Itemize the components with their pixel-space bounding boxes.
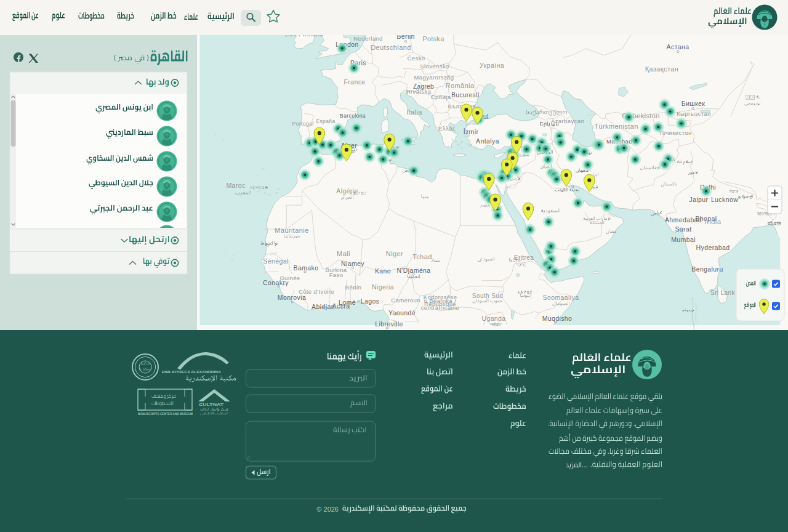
svg-text:© 2026: © 2026 — [316, 506, 339, 513]
svg-text:Deutschland: Deutschland — [371, 44, 411, 51]
svg-text:Italia: Italia — [406, 108, 422, 116]
svg-text:Faso: Faso — [329, 272, 344, 278]
svg-text:Česko: Česko — [408, 55, 425, 62]
svg-text:România: România — [446, 82, 475, 89]
svg-text:Türkmenistan: Türkmenistan — [594, 123, 638, 130]
svg-text:Maroc: Maroc — [226, 182, 245, 189]
svg-text:Bucuresti: Bucuresti — [451, 92, 479, 99]
svg-text:Bengaluru: Bengaluru — [691, 265, 723, 273]
svg-text:Surat: Surat — [675, 225, 691, 233]
svg-text:España: España — [316, 118, 335, 124]
svg-text:Nigeria: Nigeria — [372, 283, 394, 291]
svg-text:Algérie: Algérie — [336, 187, 358, 195]
svg-text:Bamako: Bamako — [294, 264, 319, 272]
svg-text:Eritrea: Eritrea — [514, 254, 534, 261]
svg-text:Tchad: Tchad — [412, 253, 432, 260]
svg-text:South Sud: South Sud — [472, 292, 503, 299]
svg-text:Niger: Niger — [386, 250, 403, 257]
svg-text:Lucknow: Lucknow — [711, 196, 738, 203]
svg-text:Kano: Kano — [375, 267, 391, 275]
svg-text:Астана: Астана — [667, 43, 690, 50]
svg-text:France: France — [344, 78, 365, 86]
svg-text:Бишкек: Бишкек — [681, 100, 706, 107]
svg-text:Barcelona: Barcelona — [340, 113, 366, 119]
svg-text:Sri Lank: Sri Lank — [710, 289, 735, 296]
svg-text:centrafricaine: centrafricaine — [421, 304, 460, 311]
svg-text:Soomaaliya: Soomaaliya — [543, 294, 579, 301]
svg-text:BIBLIOTHECA ALEXANDRINA: BIBLIOTHECA ALEXANDRINA — [162, 370, 222, 374]
svg-text:Libreville: Libreville — [375, 320, 403, 328]
svg-text:Slovensko: Slovensko — [420, 63, 449, 70]
svg-text:Jaipur: Jaipur — [690, 196, 709, 203]
svg-text:Bénin: Bénin — [345, 284, 361, 291]
svg-text:Україна: Україна — [480, 62, 504, 69]
svg-text:Қазақстан: Қазақстан — [645, 65, 679, 73]
svg-text:Mali: Mali — [337, 250, 350, 257]
svg-text:Magyarország: Magyarország — [414, 74, 454, 81]
svg-text:Cameroun: Cameroun — [391, 297, 420, 304]
svg-text:Lomé: Lomé — [339, 299, 356, 306]
svg-text:Ελλάς: Ελλάς — [438, 125, 456, 132]
svg-text:Polska: Polska — [422, 35, 444, 42]
svg-text:Mumbai: Mumbai — [671, 236, 696, 243]
svg-text:Conakry: Conakry — [263, 279, 289, 286]
svg-text:Muqdisho: Muqdisho — [542, 315, 573, 322]
svg-text:Azarbaycan: Azarbaycan — [551, 118, 584, 124]
svg-text:Bhopal: Bhopal — [695, 215, 717, 222]
svg-text:Точикистон: Точикистон — [659, 129, 691, 136]
svg-text:Hyderabad: Hyderabad — [696, 244, 730, 251]
svg-text:Zagreb: Zagreb — [413, 83, 434, 90]
svg-text:Mauritanie: Mauritanie — [275, 227, 308, 234]
svg-text:Antalya: Antalya — [476, 137, 499, 145]
svg-text:Yaoundé: Yaoundé — [388, 309, 416, 316]
svg-text:İzmir: İzmir — [464, 128, 479, 135]
svg-text:Кыргызстан: Кыргызстан — [677, 110, 711, 117]
svg-text:Monrovia: Monrovia — [278, 294, 306, 301]
svg-text:CULTNAT: CULTNAT — [199, 402, 223, 406]
svg-text:Lagos: Lagos — [361, 297, 380, 305]
svg-text:Uganda: Uganda — [481, 315, 505, 322]
svg-text:MANUSCRIPTS CENTER AND MUSEUM: MANUSCRIPTS CENTER AND MUSEUM — [138, 412, 193, 416]
svg-text:Portugal: Portugal — [292, 121, 314, 127]
svg-text:Србија: Србија — [431, 94, 451, 100]
svg-text:Sénégal: Sénégal — [263, 257, 288, 265]
svg-text:N'Djaména: N'Djaména — [396, 267, 430, 274]
